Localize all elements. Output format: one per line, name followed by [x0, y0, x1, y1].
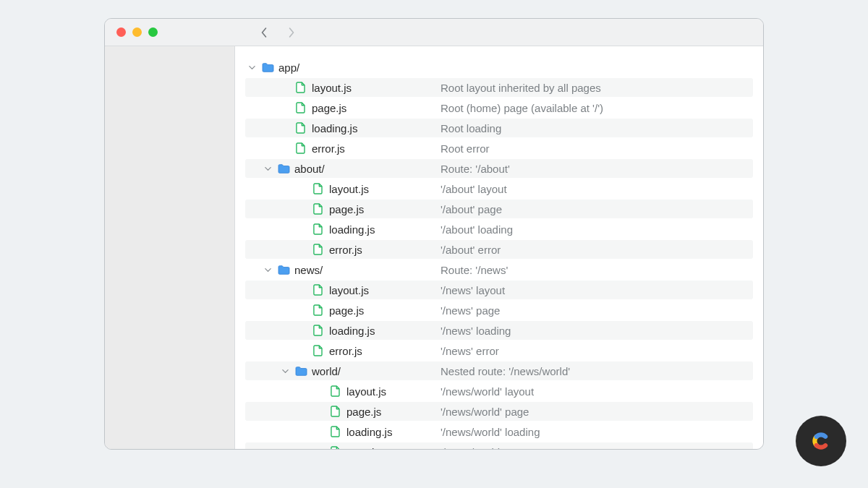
- tree-row-label: error.js: [329, 244, 362, 256]
- contentful-logo-icon: [806, 426, 836, 456]
- tree-row-description: '/about' page: [441, 203, 753, 215]
- tree-row[interactable]: layout.js'/news/world' layout: [245, 382, 753, 401]
- tree-row[interactable]: layout.jsRoot layout inherited by all pa…: [245, 78, 753, 97]
- tree-row[interactable]: page.js'/news/world' page: [245, 402, 753, 421]
- tree-row[interactable]: error.jsRoot error: [245, 139, 753, 158]
- tree-row-label: page.js: [329, 304, 364, 317]
- tree-row-label: page.js: [346, 406, 381, 418]
- file-icon: [312, 304, 325, 316]
- file-icon: [329, 446, 342, 449]
- tree-row[interactable]: error.js'/news/world' error: [245, 442, 753, 449]
- tree-row-name: loading.js: [245, 426, 441, 438]
- tree-row-description: '/news' page: [441, 304, 753, 317]
- tree-row-name: loading.js: [245, 122, 441, 134]
- nav-back-button[interactable]: [260, 27, 268, 38]
- folder-icon: [277, 164, 290, 174]
- tree-row-description: Nested route: '/news/world': [441, 365, 753, 377]
- nav-arrows: [235, 27, 296, 38]
- tree-row-label: layout.js: [346, 385, 386, 398]
- tree-row-label: error.js: [312, 142, 345, 155]
- file-icon: [294, 122, 307, 134]
- tree-row-name: world/: [245, 365, 441, 377]
- file-icon: [294, 102, 307, 114]
- tree-row[interactable]: app/: [245, 58, 753, 77]
- nav-forward-button[interactable]: [287, 27, 296, 38]
- tree-row[interactable]: loading.js'/news' loading: [245, 321, 753, 340]
- chevron-down-icon[interactable]: [247, 64, 257, 72]
- tree-row-label: layout.js: [329, 183, 369, 195]
- tree-row-label: about/: [294, 163, 325, 175]
- tree-row-description: '/news' loading: [441, 325, 753, 337]
- tree-row-label: page.js: [312, 102, 346, 114]
- sidebar: [105, 46, 235, 449]
- tree-row-name: loading.js: [245, 223, 441, 236]
- tree-row-description: '/about' layout: [441, 183, 753, 195]
- file-icon: [312, 223, 325, 235]
- tree-row-label: world/: [312, 365, 341, 377]
- tree-row-label: news/: [294, 264, 323, 276]
- close-window-button[interactable]: [116, 27, 126, 37]
- tree-row[interactable]: loading.js'/about' loading: [245, 220, 753, 239]
- tree-row-description: '/news/world' loading: [441, 426, 753, 438]
- tree-row-description: Root loading: [441, 122, 753, 134]
- file-icon: [294, 82, 307, 93]
- file-tree: app/layout.jsRoot layout inherited by al…: [235, 46, 763, 449]
- file-icon: [329, 426, 342, 437]
- tree-row[interactable]: page.js'/news' page: [245, 301, 753, 320]
- tree-row[interactable]: about/Route: '/about': [245, 159, 753, 178]
- tree-row-name: layout.js: [245, 284, 441, 296]
- tree-row-name: layout.js: [245, 385, 441, 398]
- file-icon: [312, 325, 325, 336]
- tree-row[interactable]: layout.js'/news' layout: [245, 281, 753, 299]
- title-bar: [105, 19, 763, 46]
- tree-row-label: loading.js: [346, 426, 392, 438]
- folder-icon: [277, 265, 290, 275]
- window-body: app/layout.jsRoot layout inherited by al…: [105, 46, 763, 449]
- folder-icon: [261, 63, 274, 72]
- minimize-window-button[interactable]: [132, 27, 142, 37]
- tree-row-name: app/: [245, 61, 441, 74]
- tree-row[interactable]: layout.js'/about' layout: [245, 179, 753, 198]
- maximize-window-button[interactable]: [148, 27, 158, 37]
- tree-row-name: news/: [245, 264, 441, 276]
- tree-row-name: loading.js: [245, 325, 441, 337]
- file-icon: [294, 142, 307, 154]
- tree-row-label: app/: [278, 61, 299, 74]
- tree-row-label: layout.js: [329, 284, 369, 296]
- tree-row-name: layout.js: [245, 82, 441, 94]
- file-icon: [312, 345, 325, 356]
- tree-row[interactable]: error.js'/about' error: [245, 240, 753, 259]
- tree-row-name: error.js: [245, 142, 441, 155]
- tree-row-description: '/news/world' error: [441, 446, 753, 450]
- tree-row[interactable]: page.js'/about' page: [245, 200, 753, 218]
- svg-point-0: [814, 435, 819, 439]
- tree-row-description: '/about' error: [441, 244, 753, 256]
- tree-row[interactable]: news/Route: '/news': [245, 260, 753, 279]
- tree-row-description: Root (home) page (available at '/'): [441, 102, 753, 114]
- tree-row-description: Root error: [441, 142, 753, 155]
- tree-row-description: '/news' error: [441, 345, 753, 357]
- tree-row[interactable]: error.js'/news' error: [245, 341, 753, 360]
- tree-row-description: '/news' layout: [441, 284, 753, 296]
- tree-row-name: page.js: [245, 102, 441, 114]
- tree-row[interactable]: loading.jsRoot loading: [245, 119, 753, 137]
- file-icon: [312, 183, 325, 194]
- tree-row-description: Route: '/about': [441, 163, 753, 175]
- tree-row[interactable]: world/Nested route: '/news/world': [245, 361, 753, 380]
- file-icon: [312, 284, 325, 296]
- tree-row-description: '/news/world' layout: [441, 385, 753, 398]
- tree-row-label: loading.js: [329, 223, 375, 236]
- tree-row-label: loading.js: [312, 122, 357, 134]
- chevron-down-icon[interactable]: [263, 165, 273, 173]
- chevron-down-icon[interactable]: [280, 367, 290, 375]
- tree-row-description: '/about' loading: [441, 223, 753, 236]
- chevron-down-icon[interactable]: [263, 266, 273, 274]
- tree-row[interactable]: loading.js'/news/world' loading: [245, 422, 753, 441]
- svg-point-1: [814, 443, 819, 448]
- contentful-logo-badge: [796, 416, 846, 466]
- traffic-lights: [105, 27, 235, 37]
- tree-row-name: layout.js: [245, 183, 441, 195]
- tree-row[interactable]: page.jsRoot (home) page (available at '/…: [245, 98, 753, 117]
- tree-row-label: error.js: [329, 345, 362, 357]
- tree-row-name: about/: [245, 163, 441, 175]
